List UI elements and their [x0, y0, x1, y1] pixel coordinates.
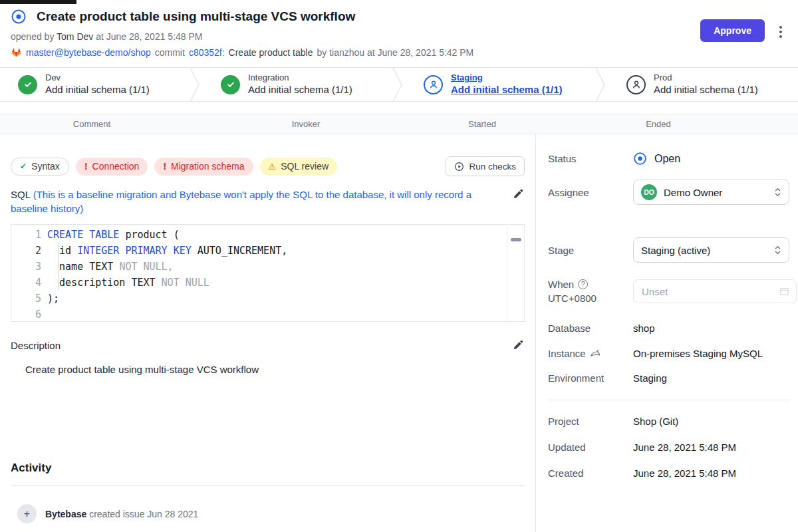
commit-hash-link[interactable]: c80352f:	[189, 47, 225, 58]
editor-scrollbar[interactable]	[507, 225, 524, 321]
branch-repo-link[interactable]: master@bytebase-demo/shop	[26, 47, 151, 58]
badge-label: Migration schema	[171, 161, 245, 172]
code-line: 5);	[11, 291, 524, 307]
check-badge-connection[interactable]: !Connection	[76, 158, 148, 176]
code-line: 4 description TEXT NOT NULL	[11, 275, 524, 291]
pencil-icon	[513, 340, 523, 350]
sql-baseline-note: (This is a baseline migration and Byteba…	[11, 189, 471, 214]
commit-line: master@bytebase-demo/shop commit c80352f…	[11, 47, 700, 58]
mysql-dolphin-icon	[590, 348, 600, 359]
environment-row: Environment Staging	[548, 372, 789, 384]
page-title: Create product table using multi-stage V…	[37, 9, 355, 24]
issue-header: Create product table using multi-stage V…	[0, 0, 798, 58]
badge-label: Syntax	[31, 161, 60, 172]
created-row: Created June 28, 2021 5:48 PM	[548, 467, 789, 479]
check-badge-sql-review[interactable]: ⚠SQL review	[260, 158, 338, 176]
code-line: 3 name TEXT NOT NULL,	[11, 259, 524, 275]
check-badge-migration-schema[interactable]: !Migration schema	[154, 158, 253, 176]
stage-name: Staging	[451, 72, 563, 83]
when-label: When	[548, 277, 574, 291]
line-number: 2	[11, 243, 47, 259]
status-label: Status	[548, 153, 633, 164]
activity-heading: Activity	[11, 462, 525, 475]
run-checks-button[interactable]: Run checks	[446, 156, 525, 176]
edit-description-button[interactable]	[511, 338, 525, 352]
instance-value: On-premises Staging MySQL	[633, 348, 789, 359]
check-badge-syntax[interactable]: ✓Syntax	[11, 158, 69, 176]
indent-guide	[58, 243, 59, 291]
code-text: CREATE TABLE product (	[47, 227, 180, 243]
code-line: 6	[11, 307, 524, 322]
line-number: 6	[11, 307, 47, 322]
line-number: 3	[11, 259, 47, 275]
stage-select[interactable]: Staging (active)	[633, 237, 789, 263]
check-circle-icon	[221, 75, 240, 94]
status-value: Open	[654, 153, 680, 165]
exclamation-icon: !	[163, 161, 166, 172]
when-timezone: UTC+0800	[548, 293, 597, 304]
chevron-up-down-icon	[774, 187, 781, 198]
column-header-comment: Comment	[0, 119, 184, 129]
when-date-input[interactable]	[640, 285, 775, 298]
divider	[11, 485, 525, 486]
database-value: shop	[633, 323, 789, 334]
stage-separator-icon	[392, 68, 406, 101]
stage-task-link[interactable]: Add initial schema (1/1)	[451, 84, 563, 96]
stage-task-link[interactable]: Add initial schema (1/1)	[45, 84, 150, 96]
when-date-field	[633, 279, 797, 303]
main-column: ✓Syntax!Connection!Migration schema⚠SQL …	[0, 134, 535, 532]
stage-task-link[interactable]: Add initial schema (1/1)	[654, 84, 758, 96]
issue-page: Create product table using multi-stage V…	[0, 0, 798, 532]
check-circle-icon	[18, 75, 37, 94]
created-value: June 28, 2021 5:48 PM	[633, 467, 789, 479]
stage-task-link[interactable]: Add initial schema (1/1)	[248, 84, 352, 96]
person-circle-icon	[424, 75, 443, 94]
issue-sidebar: Status Open Assignee DO Demo Owner	[535, 134, 798, 532]
task-table-header: CommentInvokerStartedEnded	[0, 114, 798, 134]
check-badges-row: ✓Syntax!Connection!Migration schema⚠SQL …	[11, 156, 525, 176]
assignee-value: Demo Owner	[664, 187, 722, 198]
column-header-started: Started	[428, 119, 536, 129]
approve-button[interactable]: Approve	[700, 19, 765, 42]
stage-prod[interactable]: ProdAdd initial schema (1/1)	[608, 68, 798, 101]
help-icon[interactable]	[578, 279, 588, 289]
assignee-label: Assignee	[548, 187, 633, 198]
scrollbar-thumb[interactable]	[511, 238, 521, 241]
stage-integration[interactable]: IntegrationAdd initial schema (1/1)	[203, 68, 392, 101]
description-label: Description	[11, 340, 511, 351]
line-number: 1	[11, 227, 47, 243]
line-number: 4	[11, 275, 47, 291]
stage-dev[interactable]: DevAdd initial schema (1/1)	[0, 68, 190, 101]
created-label: Created	[548, 467, 633, 479]
description-text: Create product table using multi-stage V…	[11, 364, 525, 375]
opened-at: at June 28, 2021 5:48 PM	[96, 31, 202, 42]
code-text: name TEXT NOT NULL,	[47, 259, 174, 275]
when-row: When UTC+0800	[548, 277, 789, 305]
status-open-icon	[633, 152, 647, 166]
kebab-menu-icon[interactable]	[777, 21, 785, 43]
opened-by-line: opened by Tom Dev at June 28, 2021 5:48 …	[11, 31, 700, 42]
project-label: Project	[548, 416, 633, 427]
line-number: 5	[11, 291, 47, 307]
avatar: DO	[641, 184, 657, 200]
stage-pipeline: DevAdd initial schema (1/1)IntegrationAd…	[0, 67, 798, 102]
assignee-select[interactable]: DO Demo Owner	[633, 180, 789, 205]
person-circle-icon	[626, 75, 646, 94]
warning-triangle-icon: ⚠	[269, 162, 277, 172]
sql-editor[interactable]: 1CREATE TABLE product (2 id INTEGER PRIM…	[11, 224, 525, 322]
activity-actor: Bytebase	[45, 509, 86, 519]
database-row: Database shop	[548, 323, 789, 334]
badge-label: Connection	[92, 161, 140, 172]
stage-label: Stage	[548, 245, 633, 256]
calendar-icon	[779, 287, 789, 297]
project-row: Project Shop (Git)	[548, 416, 789, 427]
open-issue-icon	[11, 9, 27, 25]
edit-sql-button[interactable]	[511, 188, 525, 201]
stage-staging[interactable]: StagingAdd initial schema (1/1)	[406, 68, 595, 101]
description-header: Description	[11, 338, 525, 352]
stage-name: Prod	[654, 72, 758, 83]
code-text: id INTEGER PRIMARY KEY AUTO_INCREMENT,	[47, 243, 287, 259]
updated-row: Updated June 28, 2021 5:48 PM	[548, 442, 789, 453]
pencil-icon	[513, 189, 523, 200]
commit-byline: by tianzhou at June 28, 2021 5:42 PM	[317, 47, 473, 58]
